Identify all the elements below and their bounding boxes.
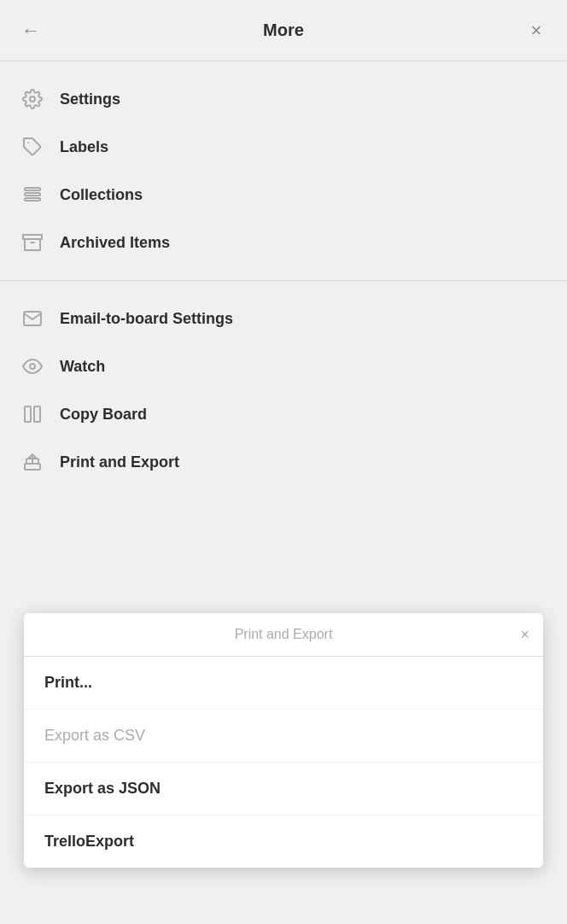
svg-rect-9	[34, 406, 40, 422]
popup-item-print[interactable]: Print...	[24, 657, 543, 710]
menu-item-print-export[interactable]: Print and Export	[0, 438, 567, 486]
svg-point-7	[30, 364, 35, 369]
settings-label: Settings	[60, 91, 120, 108]
archived-items-label: Archived Items	[60, 234, 170, 252]
popup-item-export-json[interactable]: Export as JSON	[24, 763, 543, 816]
popup-close-button[interactable]: ×	[520, 626, 529, 644]
popup-item-trello-export[interactable]: TrelloExport	[24, 816, 543, 868]
back-button[interactable]: ←	[17, 20, 44, 42]
labels-label: Labels	[60, 138, 108, 156]
menu-item-archived-items[interactable]: Archived Items	[0, 219, 567, 266]
close-button[interactable]: ×	[523, 20, 550, 42]
svg-rect-8	[25, 406, 31, 422]
label-icon	[20, 135, 44, 159]
svg-rect-2	[25, 188, 40, 190]
gear-icon	[20, 87, 44, 111]
archive-icon	[20, 231, 44, 254]
menu-section-1: Settings Labels Collections	[0, 61, 567, 281]
print-export-popup: Print and Export × Print... Export as CS…	[24, 613, 543, 868]
menu-section-2: Email-to-board Settings Watch Copy Board	[0, 281, 567, 500]
print-icon	[20, 450, 44, 474]
copy-board-icon	[20, 402, 44, 426]
menu-item-labels[interactable]: Labels	[0, 123, 567, 171]
collections-icon	[20, 183, 44, 207]
watch-icon	[20, 354, 44, 378]
menu-item-copy-board[interactable]: Copy Board	[0, 390, 567, 438]
svg-rect-4	[25, 198, 40, 201]
svg-point-0	[30, 96, 35, 102]
print-export-label: Print and Export	[60, 453, 179, 471]
popup-item-export-csv: Export as CSV	[24, 710, 543, 763]
popup-title: Print and Export	[235, 627, 333, 642]
menu-item-watch[interactable]: Watch	[0, 342, 567, 390]
menu-item-settings[interactable]: Settings	[0, 75, 567, 123]
email-icon	[20, 307, 44, 330]
copy-board-label: Copy Board	[60, 406, 147, 424]
svg-rect-10	[25, 464, 40, 470]
header: ← More ×	[0, 0, 567, 61]
email-to-board-label: Email-to-board Settings	[60, 310, 233, 328]
svg-rect-5	[23, 235, 42, 239]
svg-rect-3	[25, 193, 40, 196]
popup-header: Print and Export ×	[24, 613, 543, 657]
collections-label: Collections	[60, 186, 143, 204]
panel-title: More	[44, 20, 523, 40]
menu-item-email-to-board[interactable]: Email-to-board Settings	[0, 295, 567, 342]
menu-item-collections[interactable]: Collections	[0, 171, 567, 219]
watch-label: Watch	[60, 358, 105, 376]
